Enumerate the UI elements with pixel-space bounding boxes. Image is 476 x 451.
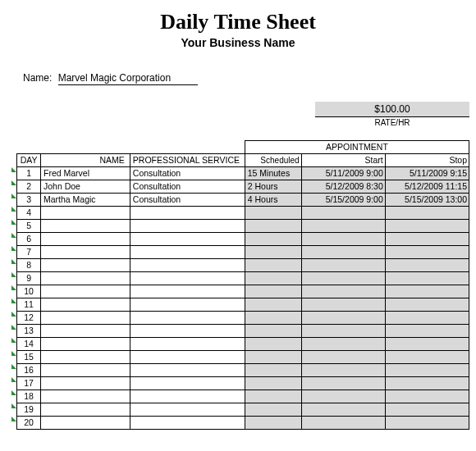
cell-name[interactable]	[41, 351, 130, 364]
cell-start[interactable]: 5/11/2009 9:00	[301, 167, 385, 180]
rate-amount[interactable]: $100.00	[315, 102, 469, 117]
cell-scheduled[interactable]	[245, 390, 301, 403]
cell-service[interactable]	[130, 246, 245, 259]
cell-service[interactable]: Consultation	[130, 180, 245, 194]
cell-start[interactable]	[301, 207, 385, 220]
cell-scheduled[interactable]	[245, 351, 301, 364]
cell-service[interactable]	[130, 220, 245, 233]
cell-service[interactable]	[130, 285, 245, 298]
cell-start[interactable]	[301, 325, 385, 338]
cell-name[interactable]	[41, 220, 130, 233]
cell-service[interactable]	[130, 298, 245, 312]
cell-start[interactable]	[301, 220, 385, 233]
cell-name[interactable]	[41, 246, 130, 259]
cell-day[interactable]: 15	[17, 351, 41, 364]
cell-day[interactable]: 8	[17, 259, 41, 272]
cell-service[interactable]	[130, 259, 245, 272]
cell-name[interactable]: John Doe	[41, 180, 130, 194]
cell-scheduled[interactable]	[245, 364, 301, 377]
cell-start[interactable]	[301, 233, 385, 246]
cell-day[interactable]: 4	[17, 207, 41, 220]
cell-stop[interactable]	[385, 233, 469, 246]
cell-name[interactable]	[41, 312, 130, 325]
cell-start[interactable]	[301, 298, 385, 312]
cell-service[interactable]	[130, 233, 245, 246]
cell-day[interactable]: 17	[17, 377, 41, 390]
cell-scheduled[interactable]	[245, 403, 301, 417]
cell-stop[interactable]	[385, 246, 469, 259]
cell-stop[interactable]	[385, 207, 469, 220]
cell-name[interactable]	[41, 325, 130, 338]
cell-start[interactable]	[301, 338, 385, 351]
cell-stop[interactable]	[385, 285, 469, 298]
cell-start[interactable]	[301, 417, 385, 430]
cell-service[interactable]: Consultation	[130, 194, 245, 207]
cell-scheduled[interactable]	[245, 272, 301, 285]
cell-scheduled[interactable]: 2 Hours	[245, 180, 301, 194]
cell-stop[interactable]: 5/15/2009 13:00	[385, 194, 469, 207]
cell-start[interactable]	[301, 390, 385, 403]
cell-day[interactable]: 5	[17, 220, 41, 233]
cell-service[interactable]	[130, 325, 245, 338]
cell-day[interactable]: 3	[17, 194, 41, 207]
cell-name[interactable]: Martha Magic	[41, 194, 130, 207]
cell-service[interactable]	[130, 351, 245, 364]
cell-service[interactable]	[130, 272, 245, 285]
cell-stop[interactable]: 5/12/2009 11:15	[385, 180, 469, 194]
cell-stop[interactable]	[385, 364, 469, 377]
cell-start[interactable]	[301, 285, 385, 298]
cell-scheduled[interactable]	[245, 325, 301, 338]
cell-service[interactable]	[130, 417, 245, 430]
cell-day[interactable]: 20	[17, 417, 41, 430]
cell-scheduled[interactable]	[245, 220, 301, 233]
cell-scheduled[interactable]	[245, 207, 301, 220]
cell-name[interactable]	[41, 338, 130, 351]
cell-service[interactable]	[130, 312, 245, 325]
cell-service[interactable]	[130, 207, 245, 220]
cell-name[interactable]	[41, 417, 130, 430]
cell-service[interactable]	[130, 403, 245, 417]
cell-scheduled[interactable]	[245, 338, 301, 351]
cell-start[interactable]: 5/12/2009 8:30	[301, 180, 385, 194]
cell-name[interactable]	[41, 207, 130, 220]
cell-start[interactable]	[301, 272, 385, 285]
cell-day[interactable]: 6	[17, 233, 41, 246]
cell-scheduled[interactable]	[245, 298, 301, 312]
cell-day[interactable]: 9	[17, 272, 41, 285]
cell-scheduled[interactable]: 15 Minutes	[245, 167, 301, 180]
cell-stop[interactable]	[385, 259, 469, 272]
cell-stop[interactable]	[385, 377, 469, 390]
cell-stop[interactable]	[385, 325, 469, 338]
cell-stop[interactable]: 5/11/2009 9:15	[385, 167, 469, 180]
cell-scheduled[interactable]: 4 Hours	[245, 194, 301, 207]
cell-start[interactable]	[301, 259, 385, 272]
cell-scheduled[interactable]	[245, 285, 301, 298]
cell-name[interactable]: Fred Marvel	[41, 167, 130, 180]
cell-day[interactable]: 10	[17, 285, 41, 298]
cell-start[interactable]	[301, 246, 385, 259]
cell-name[interactable]	[41, 272, 130, 285]
cell-stop[interactable]	[385, 417, 469, 430]
cell-scheduled[interactable]	[245, 377, 301, 390]
cell-scheduled[interactable]	[245, 233, 301, 246]
cell-stop[interactable]	[385, 312, 469, 325]
cell-name[interactable]	[41, 377, 130, 390]
cell-day[interactable]: 1	[17, 167, 41, 180]
cell-service[interactable]: Consultation	[130, 167, 245, 180]
cell-start[interactable]	[301, 351, 385, 364]
cell-day[interactable]: 16	[17, 364, 41, 377]
cell-stop[interactable]	[385, 351, 469, 364]
cell-service[interactable]	[130, 364, 245, 377]
cell-service[interactable]	[130, 338, 245, 351]
cell-stop[interactable]	[385, 338, 469, 351]
cell-stop[interactable]	[385, 403, 469, 417]
cell-day[interactable]: 14	[17, 338, 41, 351]
cell-name[interactable]	[41, 364, 130, 377]
cell-day[interactable]: 18	[17, 390, 41, 403]
cell-start[interactable]	[301, 364, 385, 377]
cell-day[interactable]: 12	[17, 312, 41, 325]
cell-name[interactable]	[41, 233, 130, 246]
cell-scheduled[interactable]	[245, 246, 301, 259]
cell-start[interactable]	[301, 403, 385, 417]
cell-service[interactable]	[130, 390, 245, 403]
